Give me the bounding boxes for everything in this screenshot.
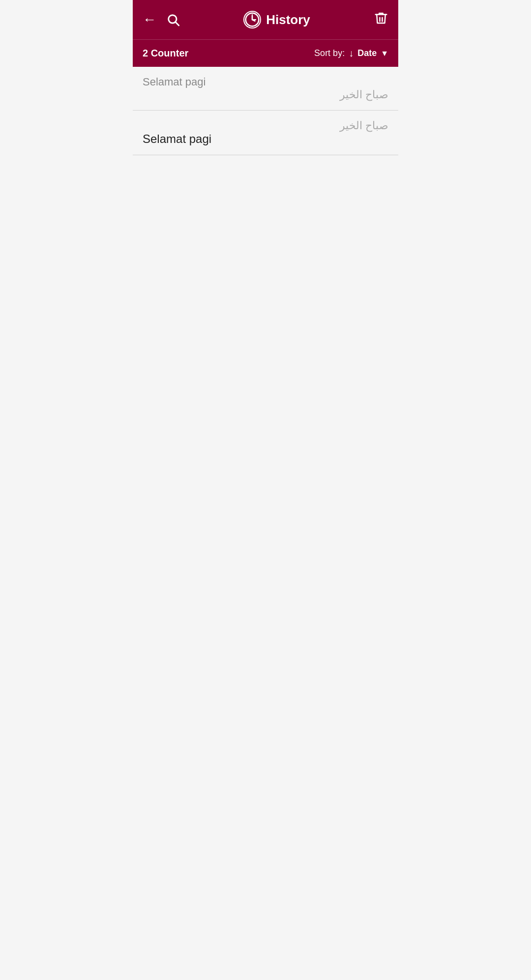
history-list: Selamat pagi صباح الخير صباح الخير Selam… (133, 67, 398, 155)
item-original-text: Selamat pagi (143, 76, 206, 88)
sort-by-label: Sort by: (314, 48, 345, 58)
header-center: History (180, 11, 374, 28)
item-translation-text: صباح الخير (340, 88, 388, 101)
svg-point-2 (246, 13, 259, 27)
search-icon[interactable] (166, 13, 180, 27)
sort-section[interactable]: Sort by: ↓ Date ▼ (314, 48, 388, 59)
counter-label: 2 Counter (143, 48, 188, 59)
header: ← History (133, 0, 398, 39)
item-original-text-2: Selamat pagi (143, 132, 211, 146)
sort-value-label: Date (357, 48, 377, 58)
list-item[interactable]: Selamat pagi صباح الخير (133, 67, 398, 111)
subheader: 2 Counter Sort by: ↓ Date ▼ (133, 39, 398, 67)
item-translation-row: صباح الخير (143, 88, 388, 101)
header-left: ← (143, 12, 180, 28)
item-original-row-2: Selamat pagi (143, 132, 388, 146)
back-icon[interactable]: ← (143, 12, 156, 28)
svg-line-1 (176, 22, 178, 25)
item-translation-row-2: صباح الخير (143, 119, 388, 132)
sort-direction-icon: ↓ (349, 48, 354, 59)
trash-icon[interactable] (374, 11, 388, 29)
dropdown-arrow-icon: ▼ (381, 49, 388, 58)
header-title: History (266, 12, 310, 28)
item-original-row: Selamat pagi (143, 76, 388, 88)
clock-icon (243, 11, 261, 28)
list-item[interactable]: صباح الخير Selamat pagi (133, 111, 398, 155)
item-translation-text-2: صباح الخير (340, 119, 388, 132)
